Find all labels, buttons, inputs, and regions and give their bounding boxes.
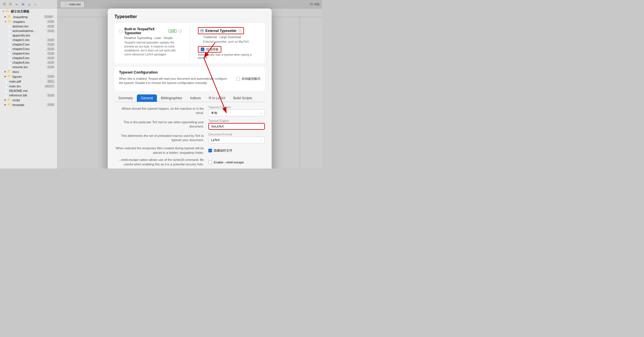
auto-detect-label: 自动鉴别板式 xyxy=(242,77,260,81)
builtin-subtitle: Realtime Typesetting · Lean · Simple xyxy=(124,36,182,40)
sidebar-file-chapter2[interactable]: 📄 chapter2.tex SUB xyxy=(0,42,57,47)
external-radio[interactable] xyxy=(200,29,204,33)
sidebar-file-chapter3[interactable]: 📄 chapter3.tex SUB xyxy=(0,47,57,51)
tab-summary[interactable]: Summary xyxy=(114,94,137,102)
square-icon[interactable]: ⊡ xyxy=(2,2,6,6)
col-divider xyxy=(190,27,190,59)
sidebar-file-acknowledge[interactable]: 📄 acknowledeme... SUB xyxy=(0,29,57,33)
shell-checkbox-row: Enable --shell-escape xyxy=(208,160,265,164)
builtin-col: Built-in TexpadTeX Typesetter LIVE ⓘ Rea… xyxy=(119,27,182,59)
builtin-name: Built-in TexpadTeX Typesetter xyxy=(124,27,167,35)
config-title: Typeset Configuration xyxy=(119,70,260,74)
dialog-overlay: Typesetter Built-in TexpadTeX Typesetter… xyxy=(57,0,322,168)
engine-dropdown-arrow: ⌄ xyxy=(260,125,262,128)
infinity-icon[interactable]: ∞ xyxy=(15,2,19,6)
sidebar-file-chapter6[interactable]: 📄 chapter6.tex SUB xyxy=(0,60,57,65)
builtin-radio[interactable] xyxy=(119,29,123,33)
format-title: Document Format xyxy=(208,133,265,136)
sidebar-item-figures[interactable]: ▶ 📁 figures SUB xyxy=(0,74,57,79)
auto-typeset-desc: Automatically start a typeset when typin… xyxy=(198,53,261,59)
sidebar-item-docs[interactable]: ▶ 📁 docs xyxy=(0,69,57,74)
sidebar-file-appendix[interactable]: 📄 appendix.tex xyxy=(0,33,57,38)
sidebar-file-readme[interactable]: 📄 README.md xyxy=(0,88,57,93)
config-section: Typeset Configuration When this is enabl… xyxy=(114,67,265,91)
sidebar-item-texpadtmp[interactable]: ▶ 📁 .texpadtmp TEMP xyxy=(0,14,57,19)
sidebar-file-chapter1[interactable]: 📄 chapter1.tex SUB xyxy=(0,38,57,42)
external-name: External Typesetter xyxy=(206,29,237,33)
hidden-checkbox-row: 隐藏临时文件 xyxy=(208,148,265,153)
engine-title: Typeset Engine xyxy=(208,119,265,122)
folder-icon[interactable]: ▣ xyxy=(21,2,25,6)
typesetter-dialog: Typesetter Built-in TexpadTeX Typesetter… xyxy=(108,8,272,168)
search-icon[interactable]: ⌕ xyxy=(33,2,37,6)
config-desc: When this is enabled, Texpad will read y… xyxy=(119,77,232,85)
sidebar-file-maintex[interactable]: 📄 main.tex ROOT xyxy=(0,84,57,88)
location-title: Typeset Location xyxy=(208,105,265,109)
root-label: 硕士论文模板 xyxy=(11,9,55,14)
sidebar-file-chapter4[interactable]: 📄 chapter4.tex SUB xyxy=(0,51,57,56)
engine-label: This is the particular TeX tool to use w… xyxy=(114,120,204,129)
typesetter-section: Built-in TexpadTeX Typesetter LIVE ⓘ Rea… xyxy=(114,23,265,63)
tab-general[interactable]: General xyxy=(137,94,157,102)
external-desc: External typesetter, such as MacTeX. xyxy=(203,40,261,44)
location-label: Where should this typeset happen, on the… xyxy=(114,107,204,115)
shell-label: --shell-escape option allows use of the … xyxy=(114,158,204,167)
chevron-icon: ▼ xyxy=(2,10,5,13)
tab-buildscripts[interactable]: Build Scripts xyxy=(229,94,256,102)
tab-bibliographies[interactable]: Bibliographies xyxy=(157,94,186,102)
engine-control: Typeset Engine XeLaTeX ⌄ xyxy=(208,119,265,130)
sidebar-root[interactable]: ▼ 📁 硕士论文模板 xyxy=(0,8,57,14)
sidebar-file-resume[interactable]: 📄 resume.tex SUB xyxy=(0,65,57,69)
sidebar: ⊡ ☑ ∞ ▣ △ ⌕ ▼ 📁 硕士论文模板 ▶ 📁 .texpadtmp TE… xyxy=(0,0,57,168)
builtin-info-icon[interactable]: ⓘ xyxy=(178,29,182,34)
hidden-checkbox[interactable] xyxy=(208,149,212,152)
external-info-icon[interactable]: ⓘ xyxy=(238,28,242,33)
location-dropdown[interactable]: 本地 ⌄ xyxy=(208,109,265,116)
settings-table: Where should this typeset happen, on the… xyxy=(114,105,265,167)
format-control: Document Format LaTeX ⌄ xyxy=(208,133,265,143)
tab-rinlatex[interactable]: R in LaTeX xyxy=(205,94,229,102)
external-col: External Typesetter ⓘ Traditional · Larg… xyxy=(198,27,261,59)
sidebar-item-script[interactable]: ▶ 📁 script xyxy=(0,98,57,102)
auto-typeset-checkbox[interactable] xyxy=(201,47,204,51)
external-subtitle: Traditional · Large Download xyxy=(203,35,261,39)
auto-detect-checkbox[interactable] xyxy=(236,77,240,81)
hidden-control: 隐藏临时文件 xyxy=(208,148,265,153)
sidebar-file-chapter5[interactable]: 📄 chapter5.tex SUB xyxy=(0,56,57,60)
dialog-title: Typesetter xyxy=(114,14,265,19)
hidden-label: When selected the temporary files create… xyxy=(114,146,204,155)
sidebar-file-mainpdf[interactable]: 📄 main.pdf 输出 xyxy=(0,79,57,84)
format-label: This determines the set of preloaded mac… xyxy=(114,134,204,142)
shell-checkbox-label: Enable --shell-escape xyxy=(214,161,244,164)
shell-control: Enable --shell-escape xyxy=(208,160,265,164)
check-icon[interactable]: ☑ xyxy=(8,2,12,6)
location-dropdown-arrow: ⌄ xyxy=(260,111,262,114)
hidden-checkbox-label: 隐藏临时文件 xyxy=(214,148,232,153)
sidebar-item-template[interactable]: ▶ 📁 template SUB xyxy=(0,102,57,107)
auto-typeset-label: 自动排版 xyxy=(206,47,219,51)
engine-dropdown[interactable]: XeLaTeX ⌄ xyxy=(208,123,265,130)
sidebar-file-abstract[interactable]: 📄 abstract.tex SUB xyxy=(0,24,57,29)
live-badge: LIVE xyxy=(168,29,176,33)
main-area: 📄 main.tex 70 %% √x Abstract and Content… xyxy=(57,0,322,168)
sidebar-file-reference[interactable]: 📄 reference.bib SUB xyxy=(0,93,57,98)
tabs-row: Summary General Bibliographies Indices R… xyxy=(114,94,265,102)
sidebar-toolbar: ⊡ ☑ ∞ ▣ △ ⌕ xyxy=(0,0,57,8)
tab-indices[interactable]: Indices xyxy=(186,94,205,102)
root-folder-icon: 📁 xyxy=(6,10,10,13)
format-dropdown-arrow: ⌄ xyxy=(260,139,262,141)
location-control: Typeset Location 本地 ⌄ xyxy=(208,105,265,116)
sidebar-item-chapters[interactable]: ▼ 📁 chapters SUB xyxy=(0,19,57,24)
triangle-icon[interactable]: △ xyxy=(27,2,31,6)
format-dropdown[interactable]: LaTeX ⌄ xyxy=(208,137,265,143)
shell-checkbox[interactable] xyxy=(208,160,212,164)
builtin-desc: Texpad's internal typesetter updates the… xyxy=(124,41,182,57)
